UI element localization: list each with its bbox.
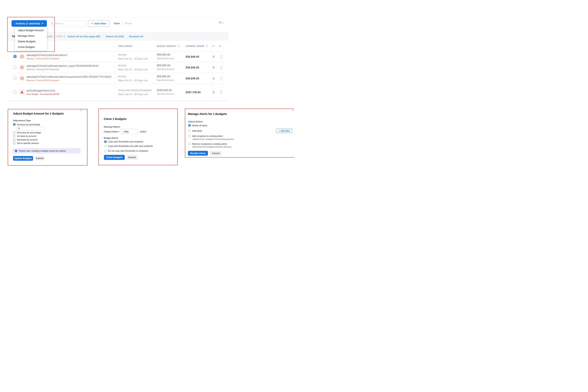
menu-item-clone-budgets[interactable]: Clone Budgets <box>15 44 47 50</box>
reset-button[interactable]: Reset <box>125 22 132 25</box>
menu-item-manage-alerts[interactable]: Manage Alerts <box>15 33 47 38</box>
radio-do-not-copy[interactable] <box>104 150 107 152</box>
check-icon: ✓ <box>14 55 16 58</box>
budget-status: Warning - Forecast 9% Overspend <box>26 79 112 82</box>
radio-increase-by-amount[interactable] <box>13 135 16 138</box>
forecast-clipped: $ <box>213 77 214 80</box>
radio-copy-thresholds-new-recipients[interactable] <box>104 145 107 148</box>
budget-amount-type: Specified Amount <box>157 79 174 81</box>
time-period: Monthly <box>118 75 148 78</box>
sort-budget-amount[interactable] <box>178 45 180 47</box>
budget-name[interactable]: aabudgetToTestCostRecalculation2 <box>26 54 67 56</box>
radio-note: (Removed from budgets wherever present.) <box>192 146 232 148</box>
column-header-budget-amount: BUDGET AMOUNT <box>157 45 176 47</box>
disable-alerts-button[interactable]: Disable Alerts <box>188 151 208 156</box>
suffix-hint: (suffix) <box>140 130 146 133</box>
row-divider <box>12 62 223 62</box>
close-icon[interactable]: × <box>80 109 82 112</box>
add-filter-button[interactable]: + Add Filter <box>88 20 110 27</box>
time-period: Monthly <box>118 64 148 67</box>
budget-name[interactable]: aabudgetToTestCostRecalculation2suryaclo… <box>26 75 112 78</box>
radio-copy-thresholds-recipients[interactable] <box>104 140 107 143</box>
row-checkbox[interactable] <box>14 77 16 80</box>
row-checkbox-checked[interactable]: ✓ <box>14 55 16 58</box>
warning-circle-icon <box>19 54 24 59</box>
budget-amount: $55,665.00 <box>157 53 174 56</box>
column-divider <box>212 41 212 100</box>
row-menu-kebab-icon[interactable] <box>220 90 222 94</box>
radio-add-alerts[interactable] <box>188 130 191 132</box>
forecast-clipped: $ <box>213 66 214 69</box>
cancel-button[interactable]: Cancel <box>34 156 45 161</box>
row-divider <box>12 73 223 73</box>
radio-remove-recipients[interactable] <box>188 142 191 145</box>
radio-decrease-by-percentage[interactable] <box>13 132 16 134</box>
add-alert-button[interactable]: + Add Alert <box>276 129 292 133</box>
budget-alerts-label: Budget Alerts <box>104 137 118 139</box>
save-button[interactable]: Save <box>114 22 120 25</box>
cancel-button[interactable]: Cancel <box>210 151 222 156</box>
budget-status: Warning - Forecast 9% Overspend <box>26 68 98 70</box>
time-period-detail: Starts Oct 01 - 19 Days Left <box>118 79 148 82</box>
select-all-link[interactable]: Select all (130) <box>106 35 124 38</box>
current-spend: $36,846.93 <box>186 66 199 69</box>
budget-name[interactable]: aabudgetToTestCostRecalculation2_copy176… <box>26 64 98 67</box>
radio-note: (Added to all 1 budgets if not already p… <box>192 138 234 140</box>
search-input-container[interactable] <box>48 20 86 26</box>
menu-item-adjust-budget-amount[interactable]: Adjust Budget Amount <box>15 28 47 33</box>
cancel-button[interactable]: Cancel <box>126 155 138 160</box>
actions-dropdown-menu: Adjust Budget Amount Manage Alerts Delet… <box>15 27 47 50</box>
table-right-border <box>223 41 223 100</box>
modal-title: Clone 1 Budgets <box>104 117 126 120</box>
select-all-on-page-link[interactable]: Select all on this page (20) <box>68 35 100 38</box>
radio-delete-all-alerts[interactable] <box>188 124 191 127</box>
budget-amount: $55,665.00 <box>157 64 174 67</box>
budget-amount-type: Specified Amount <box>157 68 174 70</box>
column-header-current-spend: CURRENT SPEND <box>186 45 204 47</box>
sort-current-spend[interactable] <box>206 45 208 47</box>
chevron-down-icon <box>222 22 224 24</box>
select-action-label: Select Action: <box>188 120 203 123</box>
warning-circle-icon <box>19 76 24 81</box>
budgets-page: Actions (1 selected) + Add Filter Save R… <box>0 0 294 196</box>
row-divider <box>12 84 223 84</box>
search-icon <box>51 22 54 25</box>
row-menu-kebab-icon[interactable] <box>220 55 222 59</box>
radio-label: Delete all alerts <box>192 124 207 127</box>
deselect-all-link[interactable]: Deselect all <box>129 35 143 38</box>
column-header-time-period: TIME PERIOD <box>118 45 132 47</box>
modal-title: Manage Alerts for 1 Budgets <box>188 112 227 116</box>
row-menu-kebab-icon[interactable] <box>220 76 222 80</box>
column-header-forecast-clipped: F <box>213 45 214 47</box>
suffix-input[interactable] <box>120 129 138 134</box>
original-name-label: Original Name + <box>104 130 120 133</box>
actions-button[interactable]: Actions (1 selected) <box>12 20 47 27</box>
clone-budgets-button[interactable]: Clone Budgets <box>104 155 125 160</box>
radio-label: Increase by amount <box>17 135 36 137</box>
row-menu-kebab-icon[interactable] <box>220 66 222 70</box>
gear-icon[interactable]: ⚙ <box>219 44 222 48</box>
percentage-input[interactable] <box>16 126 45 131</box>
time-period-detail: Starts Oct 01 - 19 Days Left <box>118 58 148 60</box>
search-input[interactable] <box>55 22 82 25</box>
radio-set-to-specific-amount[interactable] <box>13 142 16 144</box>
add-alert-label: Add Alert <box>280 130 290 132</box>
row-checkbox[interactable] <box>14 66 16 69</box>
budget-name[interactable]: aaTestBudgetAlerts22Jul <box>26 89 60 92</box>
chevron-down-icon <box>41 22 43 24</box>
update-budgets-button[interactable]: Update Budgets <box>13 156 33 161</box>
filter-menu-button[interactable] <box>218 21 223 24</box>
menu-item-delete-budgets[interactable]: Delete Budgets <box>15 38 47 44</box>
modal-title: Adjust Budget Amount for 1 Budgets <box>13 112 64 115</box>
time-period: Monthly <box>118 54 148 56</box>
row-checkbox[interactable] <box>14 90 16 94</box>
radio-increase-by-percentage[interactable] <box>13 123 16 126</box>
info-icon: i <box>15 150 17 152</box>
annotation-box-manage-modal <box>185 108 294 158</box>
radio-add-recipients[interactable] <box>188 135 191 137</box>
radio-label: Copy alert thresholds and recipients <box>108 140 143 143</box>
radio-decrease-by-amount[interactable] <box>13 138 16 141</box>
alert-triangle-icon <box>19 89 24 95</box>
add-filter-label: Add Filter <box>94 22 106 25</box>
close-icon[interactable]: × <box>292 109 294 112</box>
